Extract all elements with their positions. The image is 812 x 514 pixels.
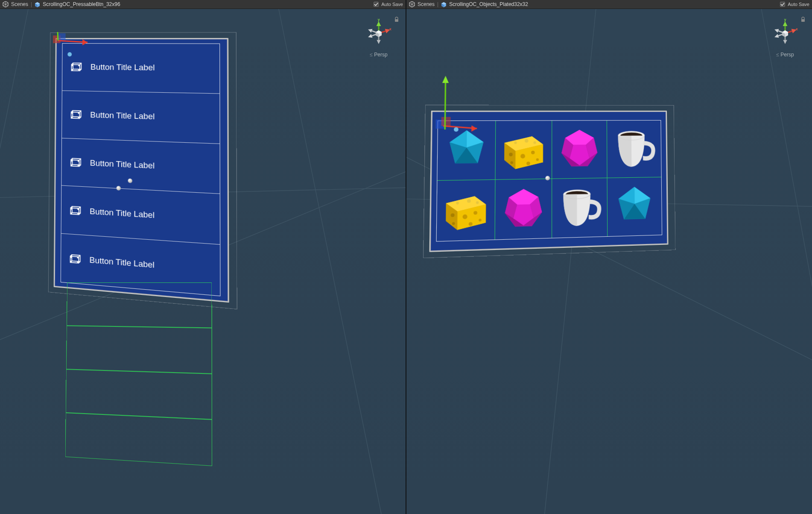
- unity-logo-icon: [409, 1, 415, 7]
- button-label: Button Title Label: [89, 255, 211, 275]
- grid-item-dodecahedron[interactable]: [495, 179, 552, 240]
- scene-toolbar-right: Scenes | ScrollingOC_Objects_Plated32x32…: [406, 0, 812, 9]
- scene-pane-left: Scenes | ScrollingOC_PressableBtn_32x96 …: [0, 0, 406, 514]
- editor-split: Scenes | ScrollingOC_PressableBtn_32x96 …: [0, 0, 812, 514]
- autosave-checkbox[interactable]: [374, 2, 379, 7]
- svg-point-73: [454, 127, 459, 132]
- prefab-cube-icon: [441, 2, 447, 7]
- grid-item-dodecahedron[interactable]: [552, 120, 607, 179]
- svg-line-68: [757, 9, 812, 514]
- scene-name[interactable]: ScrollingOC_PressableBtn_32x96: [43, 1, 120, 7]
- transform-gizmo[interactable]: [50, 32, 92, 62]
- button-label: Button Title Label: [90, 206, 211, 224]
- pressable-button[interactable]: Button Title Label: [62, 91, 220, 144]
- svg-line-58: [0, 9, 33, 514]
- svg-point-64: [67, 52, 72, 56]
- grid-item-icosahedron[interactable]: [608, 177, 662, 236]
- svg-line-74: [445, 82, 445, 129]
- breadcrumb-root[interactable]: Scenes: [11, 1, 28, 7]
- camera-mode-label[interactable]: ≤ Persp: [359, 52, 398, 58]
- pressable-button[interactable]: Button Title Label: [61, 138, 220, 194]
- lock-icon[interactable]: [394, 17, 400, 23]
- scene-toolbar-left: Scenes | ScrollingOC_PressableBtn_32x96 …: [0, 0, 406, 9]
- button-box-icon: [69, 252, 82, 266]
- scroll-panel[interactable]: [429, 111, 669, 252]
- autosave-checkbox[interactable]: [780, 2, 785, 7]
- prefab-cube-icon: [35, 2, 40, 7]
- breadcrumb-root[interactable]: Scenes: [418, 1, 435, 7]
- orientation-gizmo[interactable]: ≤ Persp: [359, 18, 398, 61]
- grid-item-mug[interactable]: [552, 178, 608, 238]
- svg-marker-75: [442, 76, 449, 83]
- scene-viewport-right[interactable]: ≤ Persp: [406, 9, 812, 514]
- button-label: Button Title Label: [91, 62, 211, 73]
- orientation-gizmo[interactable]: ≤ Persp: [766, 18, 804, 61]
- button-label: Button Title Label: [90, 158, 211, 173]
- scene-grid: [406, 9, 812, 514]
- button-label: Button Title Label: [90, 110, 211, 123]
- grid-item-mug[interactable]: [607, 120, 661, 178]
- grid-item-cheese[interactable]: [437, 180, 496, 241]
- y-axis-arrow: [440, 76, 450, 129]
- svg-rect-60: [58, 33, 66, 41]
- lock-icon[interactable]: [800, 17, 806, 23]
- pivot-sphere: [117, 186, 121, 191]
- camera-mode-label[interactable]: ≤ Persp: [766, 52, 804, 58]
- scroll-panel[interactable]: Button Title Label Button Title Label Bu…: [54, 38, 229, 303]
- svg-marker-62: [82, 39, 88, 45]
- autosave-label: Auto Save: [381, 2, 403, 7]
- pivot-sphere: [128, 179, 132, 183]
- scene-pane-right: Scenes | ScrollingOC_Objects_Plated32x32…: [406, 0, 812, 514]
- button-box-icon: [70, 108, 82, 121]
- button-box-icon: [70, 61, 83, 74]
- svg-line-67: [543, 9, 598, 514]
- svg-marker-72: [471, 125, 477, 132]
- breadcrumb-separator: |: [31, 1, 32, 7]
- autosave-label: Auto Save: [788, 2, 809, 7]
- scene-viewport-left[interactable]: ≤ Persp Button Title Label Button Title …: [0, 9, 406, 514]
- breadcrumb-separator: |: [437, 1, 438, 7]
- button-box-icon: [69, 203, 82, 217]
- button-box-icon: [69, 156, 82, 169]
- unity-logo-icon: [3, 1, 9, 7]
- scene-name[interactable]: ScrollingOC_Objects_Plated32x32: [449, 1, 528, 7]
- panel-content: Button Title Label Button Title Label Bu…: [61, 43, 221, 296]
- grid-item-cheese[interactable]: [496, 121, 552, 180]
- svg-line-57: [274, 9, 384, 514]
